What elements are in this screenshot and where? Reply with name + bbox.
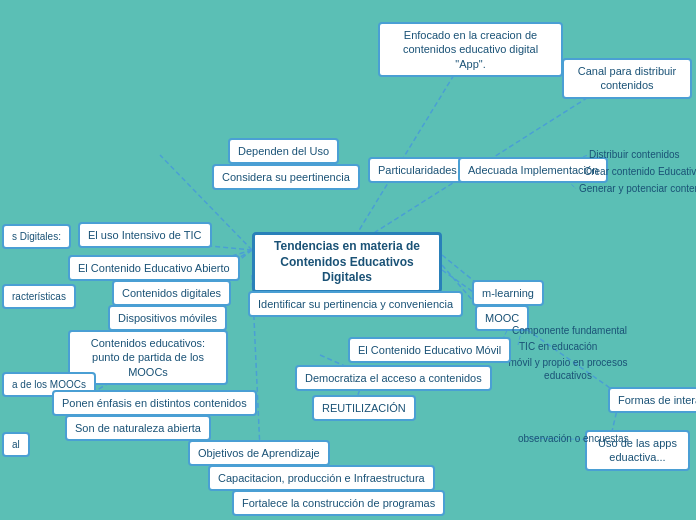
node-generar: Generar y potenciar conteni... — [575, 180, 696, 197]
node-naturaleza: Son de naturaleza abierta — [65, 415, 211, 441]
node-dependen: Dependen del Uso — [228, 138, 339, 164]
node-canal: Canal para distribuir contenidos — [562, 58, 692, 99]
node-caracteristicas: racterísticas — [2, 284, 76, 309]
node-digitales: s Digitales: — [2, 224, 71, 249]
node-formas: Formas de intera... — [608, 387, 696, 413]
node-fortalece: Fortalece la construcción de programas — [232, 490, 445, 516]
node-uso-tic: El uso Intensivo de TIC — [78, 222, 212, 248]
node-capacitacion: Capacitacion, producción e Infraestructu… — [208, 465, 435, 491]
svg-line-0 — [347, 47, 471, 250]
node-mlearning: m-learning — [472, 280, 544, 306]
node-objetivos: Objetivos de Aprendizaje — [188, 440, 330, 466]
central-node: Tendencias en materia de Contenidos Educ… — [252, 232, 442, 293]
mindmap-container: Tendencias en materia de Contenidos Educ… — [0, 0, 696, 520]
node-componente: Componente fundamental — [508, 322, 631, 339]
node-considera: Considera su peertinencia — [212, 164, 360, 190]
node-tic-edu: TIC en educación — [515, 338, 601, 355]
node-contenido-movil: El Contenido Educativo Móvil — [348, 337, 511, 363]
node-ponen: Ponen énfasis en distintos contenidos — [52, 390, 257, 416]
node-movil: móvil y propio en procesos educativos — [488, 354, 648, 384]
node-identificar: Identificar su pertinencia y convenienci… — [248, 291, 463, 317]
node-crear: Crear contenido Educativo — [580, 163, 696, 180]
node-observacion: observación o encuestas — [514, 430, 633, 447]
node-dispositivos: Dispositivos móviles — [108, 305, 227, 331]
node-al: al — [2, 432, 30, 457]
node-democratiza: Democratiza el acceso a contenidos — [295, 365, 492, 391]
node-distribuir: Distribuir contenidos — [585, 146, 684, 163]
node-enfocado: Enfocado en la creacion de contenidos ed… — [378, 22, 563, 77]
node-contenidos-digitales: Contenidos digitales — [112, 280, 231, 306]
node-contenido-abierto: El Contenido Educativo Abierto — [68, 255, 240, 281]
node-particularidades: Particularidades — [368, 157, 467, 183]
node-reutilizacion: REUTILIZACIÓN — [312, 395, 416, 421]
